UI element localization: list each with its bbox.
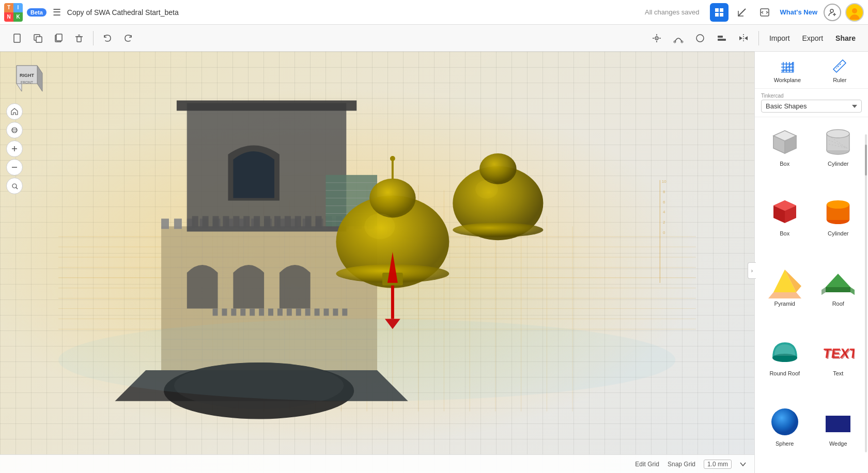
snap-grid-value[interactable]: 1.0 mm <box>704 460 732 469</box>
shape-item-round-roof[interactable]: Round Roof <box>759 331 811 399</box>
fit-to-screen-button[interactable] <box>6 178 23 194</box>
grid-icon <box>714 7 724 18</box>
shape-item-cylinder-gray[interactable]: Cylinder <box>813 121 864 189</box>
svg-marker-31 <box>745 36 748 40</box>
pyramid-icon <box>768 265 801 298</box>
roof-icon <box>822 265 855 298</box>
shape-item-box-gray[interactable]: Box <box>759 121 811 189</box>
circle-button[interactable] <box>691 29 709 47</box>
logo[interactable]: T I N K <box>4 3 23 22</box>
add-person-button[interactable] <box>824 4 841 21</box>
shape-item-wedge[interactable]: Wedge <box>813 401 864 469</box>
view-controls <box>6 103 23 194</box>
document-title[interactable]: Copy of SWA Cathedral Start_beta <box>67 8 179 17</box>
text-svg: TEXT TEXT <box>822 335 855 368</box>
svg-rect-116 <box>287 309 292 316</box>
shape-item-cylinder-orange[interactable]: Cylinder <box>813 191 864 259</box>
code-button[interactable] <box>755 3 774 22</box>
delete-button[interactable] <box>70 29 88 47</box>
wedge-icon <box>822 405 855 438</box>
person-plus-icon <box>828 8 837 17</box>
redo-button[interactable] <box>119 29 137 47</box>
ruler-tool[interactable]: Ruler <box>830 57 849 83</box>
shape-item-pyramid[interactable]: Pyramid <box>759 261 811 329</box>
shape-item-text[interactable]: TEXT TEXT Text <box>813 331 864 399</box>
toolbar: Import Export Share <box>0 25 868 52</box>
duplicate-button[interactable] <box>29 29 47 47</box>
mirror-button[interactable] <box>735 29 752 47</box>
wedge-svg <box>822 405 855 438</box>
sphere-svg <box>768 405 801 438</box>
svg-marker-221 <box>822 287 826 296</box>
box-gray-icon <box>768 125 801 159</box>
svg-line-177 <box>16 187 18 189</box>
trash-icon <box>74 33 84 43</box>
svg-rect-118 <box>305 309 311 316</box>
status-bar: Edit Grid Snap Grid 1.0 mm <box>0 454 754 473</box>
align-button[interactable] <box>713 29 731 47</box>
svg-marker-220 <box>850 287 855 296</box>
right-panel-tools: Workplane Ruler <box>755 52 868 89</box>
point-icon <box>652 33 662 43</box>
svg-rect-14 <box>56 34 62 41</box>
svg-rect-128 <box>213 216 219 227</box>
logo-t: T <box>4 3 13 12</box>
code-icon <box>760 7 770 18</box>
autosave-status: All changes saved <box>645 8 700 16</box>
shape-item-roof[interactable]: Roof <box>813 261 864 329</box>
toolbar-right-separator <box>758 31 759 45</box>
ruler-icon <box>830 57 849 75</box>
export-button[interactable]: Export <box>798 32 827 44</box>
shape-label-box-red: Box <box>780 230 789 236</box>
copy-button[interactable] <box>50 29 67 47</box>
edit-grid-label[interactable]: Edit Grid <box>635 461 659 468</box>
text-shape-icon: TEXT TEXT <box>822 335 855 368</box>
grid-view-button[interactable] <box>710 3 729 22</box>
shape-label-cylinder-orange: Cylinder <box>828 230 848 236</box>
svg-point-164 <box>58 319 675 401</box>
zoom-in-icon <box>10 145 19 153</box>
undo-button[interactable] <box>99 29 116 47</box>
new-file-button[interactable] <box>8 29 26 47</box>
svg-rect-130 <box>233 216 239 227</box>
svg-rect-136 <box>295 216 301 227</box>
svg-rect-134 <box>274 216 281 227</box>
arc-button[interactable] <box>670 29 687 47</box>
svg-rect-109 <box>222 309 227 316</box>
user-avatar[interactable] <box>845 3 864 22</box>
svg-text:8: 8 <box>663 190 665 194</box>
zoom-out-button[interactable] <box>6 159 23 176</box>
shape-item-sphere[interactable]: Sphere <box>759 401 811 469</box>
whats-new-button[interactable]: What's New <box>780 8 817 16</box>
svg-point-200 <box>827 130 849 138</box>
measure-button[interactable] <box>733 3 751 22</box>
svg-point-153 <box>390 156 395 161</box>
workplane-tool[interactable]: Workplane <box>774 57 801 83</box>
align-icon <box>717 33 727 43</box>
panel-scrollbar[interactable] <box>865 134 867 452</box>
svg-point-212 <box>827 200 849 209</box>
import-button[interactable]: Import <box>765 32 794 44</box>
svg-rect-111 <box>240 309 245 316</box>
shape-label-box-gray: Box <box>780 161 789 167</box>
library-dropdown[interactable]: Basic Shapes <box>761 100 862 113</box>
cylinder-gray-icon <box>822 125 855 159</box>
svg-point-5 <box>830 9 833 12</box>
shape-item-box-red[interactable]: Box <box>759 191 811 259</box>
orientation-cube[interactable]: RIGHT FRONT <box>6 58 41 93</box>
new-file-icon <box>12 33 22 43</box>
shape-label-cylinder-gray: Cylinder <box>828 161 848 167</box>
home-view-button[interactable] <box>6 103 23 120</box>
box-gray-svg <box>768 125 801 159</box>
share-button[interactable]: Share <box>831 32 860 44</box>
arc-icon <box>673 33 684 43</box>
svg-rect-15 <box>77 37 81 42</box>
orbit-button[interactable] <box>6 122 23 138</box>
sphere-icon <box>768 405 801 438</box>
panel-collapse-button[interactable]: › <box>748 262 756 279</box>
viewport[interactable]: 10 8 6 4 2 0 <box>0 52 754 473</box>
point-button[interactable] <box>648 29 665 47</box>
zoom-in-button[interactable] <box>6 140 23 157</box>
svg-line-190 <box>838 66 839 67</box>
svg-rect-110 <box>231 309 236 316</box>
